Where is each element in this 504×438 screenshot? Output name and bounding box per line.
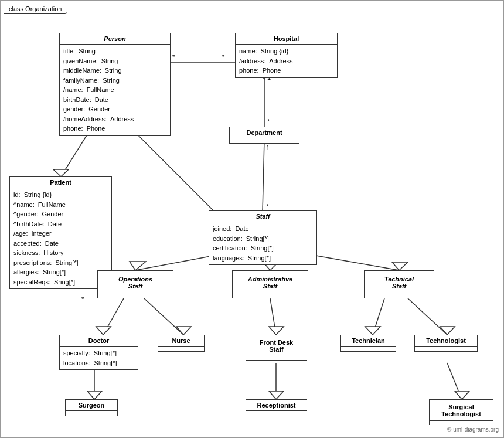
copyright-label: © uml-diagrams.org [447,426,499,433]
department-body [230,138,299,143]
surgeon-body [66,411,117,416]
person-header: Person [60,33,170,45]
technical-staff-class: TechnicalStaff [364,270,434,298]
patient-header: Patient [10,177,111,188]
svg-line-7 [263,140,264,212]
administrative-staff-class: AdministrativeStaff [232,270,308,298]
patient-body: id:String {id} ^name:FullName ^gender:Ge… [10,188,111,288]
svg-line-22 [103,298,124,335]
svg-marker-31 [440,327,455,335]
front-desk-class: Front DeskStaff [246,335,307,361]
svg-line-10 [61,133,88,176]
svg-marker-37 [455,391,469,399]
svg-marker-17 [130,262,146,270]
surgeon-header: Surgeon [66,400,117,411]
technician-header: Technician [341,335,396,347]
nurse-class: Nurse [158,335,205,352]
surgical-technologist-class: SurgicalTechnologist [429,399,493,425]
svg-text:1: 1 [266,144,270,151]
administrative-staff-body [233,294,308,298]
receptionist-body [246,411,307,416]
surgical-technologist-body [430,421,493,425]
doctor-class: Doctor specialty:String[*] locations:Str… [59,335,138,370]
person-body: title:String givenName:String middleName… [60,45,170,135]
technical-staff-body [365,294,434,298]
doctor-body: specialty:String[*] locations:String[*] [60,347,138,369]
front-desk-header: Front DeskStaff [246,335,307,356]
svg-line-28 [373,298,384,335]
hospital-header: Hospital [236,33,337,45]
diagram-title: class Organization [4,4,67,14]
svg-line-24 [144,298,183,335]
front-desk-body [246,356,307,360]
svg-marker-25 [176,327,191,335]
technologist-body [415,347,477,351]
svg-marker-21 [392,262,408,270]
department-class: Department [229,127,299,144]
svg-text:*: * [81,296,84,303]
technician-body [341,347,396,351]
svg-marker-35 [269,391,284,399]
operations-staff-header: OperationsStaff [98,271,173,294]
svg-marker-27 [269,327,284,335]
svg-marker-11 [53,169,69,176]
technical-staff-header: TechnicalStaff [365,271,434,294]
svg-marker-29 [365,327,380,335]
receptionist-header: Receptionist [246,400,307,411]
department-header: Department [230,127,299,138]
operations-staff-class: OperationsStaff [97,270,173,298]
svg-text:*: * [222,53,225,60]
svg-text:*: * [266,203,269,210]
svg-line-36 [447,363,462,399]
svg-line-30 [408,298,447,335]
svg-text:*: * [172,53,175,60]
uml-diagram: class Organization * * 1 * 1 * * [0,0,504,438]
patient-class: Patient id:String {id} ^name:FullName ^g… [9,176,112,289]
receptionist-class: Receptionist [246,399,307,416]
staff-header: Staff [209,211,316,222]
svg-marker-33 [87,391,102,399]
svg-marker-23 [96,327,111,335]
surgeon-class: Surgeon [65,399,118,416]
hospital-class: Hospital name:String {id} /address:Addre… [235,33,338,78]
hospital-body: name:String {id} /address:Address phone:… [236,45,337,77]
surgical-technologist-header: SurgicalTechnologist [430,400,493,421]
nurse-header: Nurse [158,335,204,347]
doctor-header: Doctor [60,335,138,347]
technologist-header: Technologist [415,335,477,347]
nurse-body [158,347,204,351]
title-label: class Organization [9,5,62,12]
person-class: Person title:String givenName:String mid… [59,33,171,136]
operations-staff-body [98,294,173,298]
staff-class: Staff joined:Date education:String[*] ce… [209,210,317,265]
copyright: © uml-diagrams.org [447,426,499,433]
svg-text:*: * [267,118,270,125]
administrative-staff-header: AdministrativeStaff [233,271,308,294]
technologist-class: Technologist [414,335,478,352]
technician-class: Technician [340,335,396,352]
svg-line-26 [270,298,276,335]
staff-body: joined:Date education:String[*] certific… [209,222,316,264]
